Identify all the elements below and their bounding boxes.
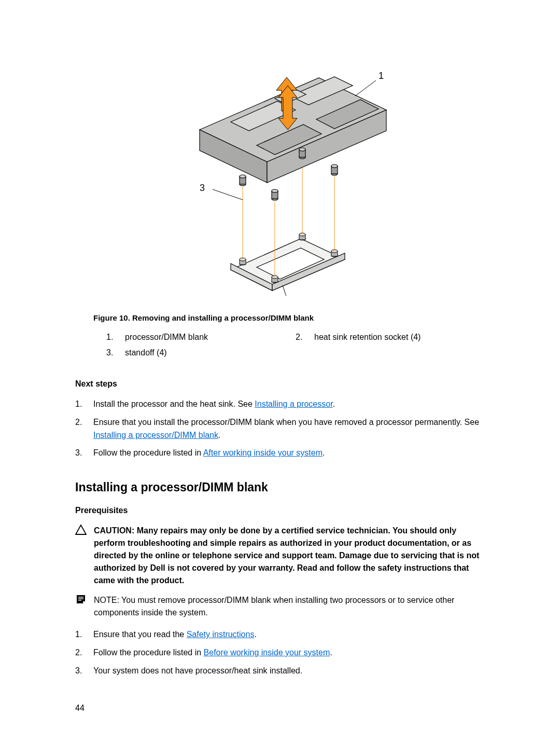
next-steps-list: Install the processor and the heat sink.… xyxy=(75,398,485,460)
figure-caption: Figure 10. Removing and installing a pro… xyxy=(93,313,485,322)
figure-legend: 1. processor/DIMM blank 2. heat sink ret… xyxy=(106,333,485,357)
caution-label: CAUTION: xyxy=(94,526,137,535)
section-title: Installing a processor/DIMM blank xyxy=(75,480,485,494)
legend-item-1: 1. processor/DIMM blank xyxy=(106,333,296,342)
prereq-step-3: Your system does not have processor/heat… xyxy=(75,665,485,678)
svg-line-45 xyxy=(213,189,243,200)
next-steps-heading: Next steps xyxy=(75,379,485,389)
next-step-1: Install the processor and the heat sink.… xyxy=(75,398,485,411)
link-installing-processor[interactable]: Installing a processor xyxy=(255,399,332,408)
caution-box: CAUTION: Many repairs may only be done b… xyxy=(75,525,485,587)
prereq-step-1: Ensure that you read the Safety instruct… xyxy=(75,628,485,641)
note-box: NOTE: You must remove processor/DIMM bla… xyxy=(75,594,485,619)
link-installing-dimm-blank[interactable]: Installing a processor/DIMM blank xyxy=(93,431,218,439)
svg-point-39 xyxy=(272,189,278,192)
link-before-working[interactable]: Before working inside your system xyxy=(204,648,330,657)
document-page: 1 2 3 Figure 10. Removing and installing… xyxy=(0,0,560,744)
figure-illustration: 1 2 3 xyxy=(75,67,485,298)
svg-point-30 xyxy=(240,175,246,178)
next-step-2: Ensure that you install the processor/DI… xyxy=(75,416,485,442)
svg-point-36 xyxy=(331,164,338,168)
prerequisites-heading: Prerequisites xyxy=(75,506,485,515)
next-step-3: Follow the procedure listed in After wor… xyxy=(75,447,485,460)
link-safety-instructions[interactable]: Safety instructions xyxy=(187,630,255,639)
caution-text: Many repairs may only be done by a certi… xyxy=(94,526,479,585)
note-text: You must remove processor/DIMM blank whe… xyxy=(94,596,454,617)
caution-icon xyxy=(75,525,87,535)
note-icon xyxy=(76,594,86,604)
prereq-step-2: Follow the procedure listed in Before wo… xyxy=(75,646,485,659)
svg-marker-48 xyxy=(83,601,85,603)
prerequisite-steps: Ensure that you read the Safety instruct… xyxy=(75,628,485,677)
svg-line-44 xyxy=(283,285,288,296)
svg-point-33 xyxy=(299,148,305,151)
dimm-blank-diagram: 1 2 3 xyxy=(169,67,391,296)
legend-item-2: 2. heat sink retention socket (4) xyxy=(296,333,485,342)
svg-marker-46 xyxy=(76,525,86,534)
svg-line-42 xyxy=(355,80,376,96)
figure-callout-3: 3 xyxy=(200,183,205,193)
note-label: NOTE: xyxy=(94,596,121,604)
page-number: 44 xyxy=(75,704,85,713)
link-after-working[interactable]: After working inside your system xyxy=(203,448,323,457)
figure-callout-1: 1 xyxy=(379,71,384,81)
legend-item-3: 3. standoff (4) xyxy=(106,348,296,357)
